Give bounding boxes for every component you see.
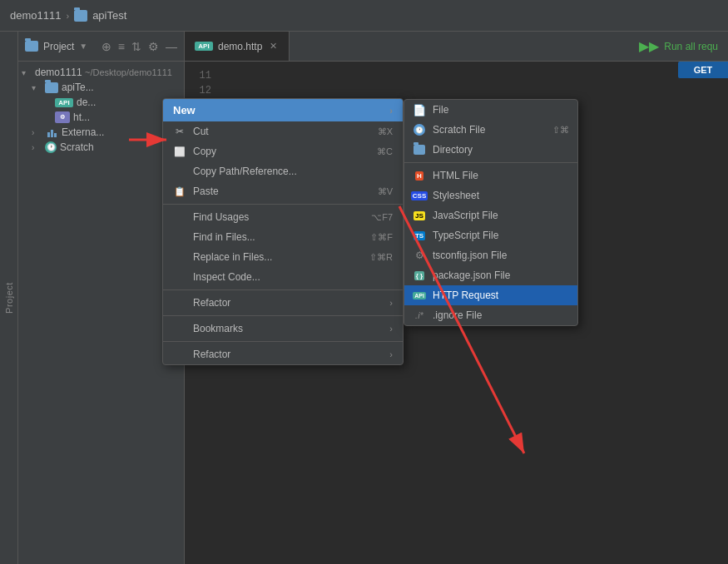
sidebar-folder-icon — [25, 41, 38, 52]
sidebar-toolbar: ⊕ ≡ ⇅ ⚙ — — [102, 40, 177, 53]
find-files-shortcut: ⇧⌘F — [370, 232, 393, 243]
line-number-11: 11 — [185, 68, 218, 83]
bookmarks-arrow: › — [389, 324, 393, 334]
submenu-new: 📄 File 🕐 Scratch File ⇧⌘ Directory H — [404, 99, 578, 326]
api-badge: API — [55, 98, 73, 107]
scratch-file-label: Scratch File — [433, 124, 485, 136]
bookmarks-icon — [173, 322, 186, 335]
collapse-icon[interactable]: ≡ — [118, 40, 125, 53]
folder-icon — [74, 10, 87, 22]
menu-item-copy-path[interactable]: Copy Path/Reference... — [163, 161, 403, 181]
file-label: de... — [77, 96, 96, 108]
scratch-label: Scratch — [60, 141, 94, 153]
external-label: Externa... — [62, 126, 104, 138]
menu-item-bookmarks[interactable]: Bookmarks › — [163, 319, 403, 339]
inspect-label: Inspect Code... — [193, 271, 260, 283]
expand-arrow: ▾ — [22, 68, 32, 77]
paste-shortcut: ⌘V — [378, 186, 393, 197]
menu-new-label: New — [173, 104, 196, 116]
tab-demo-http[interactable]: API demo.http ✕ — [185, 32, 290, 61]
sort-icon[interactable]: ⇅ — [131, 40, 141, 53]
menu-item-new[interactable]: New › — [163, 99, 403, 121]
settings-icon[interactable]: ⚙ — [148, 40, 159, 53]
replace-icon — [173, 250, 186, 264]
scratch-shortcut: ⇧⌘ — [552, 125, 569, 136]
tree-item-demo-api[interactable]: API de... — [18, 95, 184, 110]
submenu-separator — [404, 162, 577, 163]
vertical-tab[interactable]: Project — [0, 32, 18, 564]
copy-label: Copy — [193, 146, 216, 157]
http-file-icon: ⚙ — [55, 111, 70, 123]
menu-item-paste[interactable]: 📋 Paste ⌘V — [163, 181, 403, 201]
copy-path-label: Copy Path/Reference... — [193, 166, 297, 177]
copy-path-icon — [173, 165, 186, 178]
submenu-item-ts[interactable]: TS TypeScript File — [404, 225, 577, 245]
ignore-label: .ignore File — [433, 309, 482, 321]
project-name: demo1111 — [10, 9, 61, 22]
tree-item-external[interactable]: › Externa... — [18, 125, 184, 140]
file-label: ht... — [73, 111, 90, 123]
submenu-item-js[interactable]: JS JavaScript File — [404, 205, 577, 225]
ts-icon: TS — [413, 229, 426, 242]
sidebar-tree: ▾ demo1111 ~/Desktop/demo1111 ▾ apiTe...… — [18, 62, 184, 564]
run-all-icon: ▶▶ — [639, 38, 659, 54]
find-files-label: Find in Files... — [193, 231, 255, 243]
tab-label: demo.http — [218, 41, 262, 52]
separator-2 — [163, 289, 403, 290]
tree-item-apitest[interactable]: ▾ apiTe... — [18, 80, 184, 95]
sidebar-header: Project ▼ ⊕ ≡ ⇅ ⚙ — — [18, 32, 184, 62]
expand-arrow: › — [32, 128, 42, 137]
copy-shortcut: ⌘C — [377, 146, 393, 157]
menu-item-cut[interactable]: ✂ Cut ⌘X — [163, 121, 403, 141]
menu-item-copy[interactable]: ⬜ Copy ⌘C — [163, 141, 403, 161]
submenu-arrow: › — [389, 106, 393, 116]
replace-label: Replace in Files... — [193, 251, 272, 263]
paste-label: Paste — [193, 186, 219, 197]
ts-label: TypeScript File — [433, 230, 498, 241]
submenu-item-package[interactable]: { } package.json File — [404, 265, 577, 285]
find-usages-icon — [173, 210, 186, 224]
tree-item-scratch[interactable]: › 🕐 Scratch — [18, 140, 184, 155]
js-label: JavaScript File — [433, 210, 498, 221]
submenu-item-http[interactable]: API HTTP Request — [404, 285, 577, 305]
menu-item-refactor[interactable]: Refactor › — [163, 293, 403, 313]
scratch-file-icon: 🕐 — [413, 123, 426, 136]
menu-item-inspect[interactable]: Inspect Code... — [163, 267, 403, 287]
sidebar-dropdown-arrow[interactable]: ▼ — [79, 42, 87, 51]
file-label: File — [433, 104, 448, 116]
js-icon: JS — [413, 209, 426, 222]
menu-item-replace[interactable]: Replace in Files... ⇧⌘R — [163, 247, 403, 267]
tree-item-http[interactable]: ⚙ ht... — [18, 110, 184, 125]
css-label: Stylesheet — [433, 190, 479, 201]
locate-icon[interactable]: ⊕ — [102, 40, 111, 53]
separator-3 — [163, 315, 403, 316]
paste-icon: 📋 — [173, 185, 186, 198]
submenu-item-directory[interactable]: Directory — [404, 140, 577, 160]
find-usages-shortcut: ⌥F7 — [371, 212, 393, 223]
http-req-label: HTTP Request — [433, 289, 498, 301]
directory-label: Directory — [433, 144, 473, 156]
submenu-item-tsconfig[interactable]: ⚙ tsconfig.json File — [404, 245, 577, 265]
copy-icon: ⬜ — [173, 145, 186, 158]
tree-item-root[interactable]: ▾ demo1111 ~/Desktop/demo1111 — [18, 65, 184, 80]
menu-item-find-usages[interactable]: Find Usages ⌥F7 — [163, 207, 403, 227]
replace-shortcut: ⇧⌘R — [369, 252, 393, 263]
refactor2-label: Refactor — [193, 349, 230, 360]
submenu-item-ignore[interactable]: .i* .ignore File — [404, 305, 577, 325]
expand-arrow: ▾ — [32, 83, 42, 92]
submenu-item-html[interactable]: H HTML File — [404, 166, 577, 186]
bookmarks-label: Bookmarks — [193, 323, 243, 334]
menu-item-refactor-2[interactable]: Refactor › — [163, 344, 403, 364]
submenu-item-file[interactable]: 📄 File — [404, 100, 577, 120]
refactor-label: Refactor — [193, 297, 230, 309]
run-all-button[interactable]: ▶▶ Run all requ — [629, 35, 728, 57]
tab-close-button[interactable]: ✕ — [267, 41, 279, 52]
menu-item-find-files[interactable]: Find in Files... ⇧⌘F — [163, 227, 403, 247]
context-menu: New › ✂ Cut ⌘X ⬜ Copy ⌘C Copy Path/Refer… — [162, 98, 404, 365]
expand-arrow: › — [32, 143, 42, 152]
submenu-item-scratch[interactable]: 🕐 Scratch File ⇧⌘ — [404, 120, 577, 140]
tab-bar: API demo.http ✕ ▶▶ Run all requ — [185, 32, 728, 62]
submenu-item-css[interactable]: CSS Stylesheet — [404, 186, 577, 205]
minimize-icon[interactable]: — — [166, 40, 177, 53]
tab-api-badge: API — [195, 42, 213, 51]
